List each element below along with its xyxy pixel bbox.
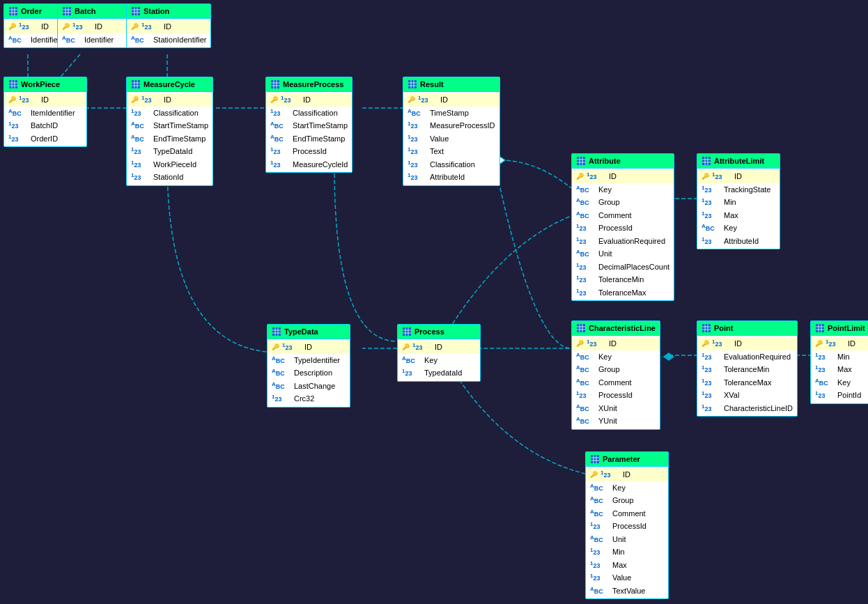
field-type-order-id: 123 (19, 21, 38, 33)
table-icon-point (702, 323, 711, 333)
field-name-measureprocess-id: ID (303, 94, 311, 106)
table-attribute[interactable]: Attribute🔑123IDABCKeyABCGroupABCComment1… (571, 153, 674, 301)
table-attributelimit[interactable]: AttributeLimit🔑123ID123TrackingState123M… (697, 153, 780, 249)
field-row-point-evaluationrequired: 123EvaluationRequired (697, 350, 797, 364)
field-name-measurecycle-endtimestamp: EndTimeStamp (153, 133, 206, 145)
svg-rect-74 (702, 324, 711, 332)
field-name-typedata-id: ID (304, 341, 312, 353)
table-header-pointlimit: PointLimit (811, 321, 868, 336)
table-station[interactable]: Station🔑123IDABCStationIdentifier (126, 3, 211, 48)
table-icon-measurecycle (131, 79, 141, 89)
table-icon-measureprocess (270, 79, 280, 89)
field-row-measureprocess-id: 🔑123ID (266, 93, 352, 107)
field-type-parameter-comment: ABC (590, 508, 610, 520)
field-type-order-identifier: ABC (8, 34, 28, 46)
field-name-workpiece-batchid: BatchID (31, 120, 58, 132)
table-point[interactable]: Point🔑123ID123EvaluationRequired123Toler… (697, 320, 798, 417)
table-label-measureprocess: MeasureProcess (283, 80, 343, 88)
field-row-parameter-value: 123Value (586, 571, 668, 584)
field-name-result-text: Text (430, 146, 444, 157)
table-process[interactable]: Process🔑123IDABCKey123TypedataId (397, 324, 481, 382)
field-name-attribute-tolerancemin: ToleranceMin (598, 274, 644, 286)
table-typedata[interactable]: TypeData🔑123IDABCTypeIdentifierABCDescri… (267, 324, 350, 408)
field-row-typedata-description: ABCDescription (268, 366, 350, 380)
field-name-measurecycle-id: ID (164, 94, 171, 106)
table-label-station: Station (144, 7, 169, 15)
field-name-attributelimit-trackingstate: TrackingState (724, 184, 770, 196)
field-type-characteristicline-yunit: ABC (576, 415, 596, 427)
table-header-attributelimit: AttributeLimit (697, 154, 780, 169)
field-row-attribute-key: ABCKey (572, 183, 674, 196)
field-row-characteristicline-processid: 123ProcessId (572, 389, 660, 402)
field-type-attributelimit-attributeid: 123 (702, 235, 721, 247)
field-name-pointlimit-max: Max (837, 364, 852, 375)
field-type-workpiece-itemidentifier: ABC (8, 107, 28, 119)
table-result[interactable]: Result🔑123IDABCTimeStamp123MeasureProces… (403, 77, 500, 186)
field-type-measureprocess-starttimestamp: ABC (270, 120, 290, 132)
table-icon-workpiece (8, 79, 18, 89)
table-measureprocess[interactable]: MeasureProcess🔑123ID123ClassificationABC… (265, 77, 352, 173)
field-type-parameter-id: 123 (600, 469, 620, 481)
table-parameter[interactable]: Parameter🔑123IDABCKeyABCGroupABCComment1… (585, 451, 669, 599)
table-pointlimit[interactable]: PointLimit🔑123ID123Min123MaxABCKey123Poi… (810, 320, 868, 404)
field-row-attribute-evaluationrequired: 123EvaluationRequired (572, 235, 674, 248)
svg-rect-14 (9, 7, 17, 15)
svg-rect-29 (9, 80, 17, 88)
pk-icon: 🔑 (815, 339, 823, 349)
field-row-parameter-comment: ABCComment (586, 507, 668, 520)
svg-rect-19 (63, 7, 71, 15)
field-type-point-evaluationrequired: 123 (702, 351, 721, 363)
field-row-attributelimit-max: 123Max (697, 209, 780, 222)
field-row-characteristicline-key: ABCKey (572, 350, 660, 364)
pk-icon: 🔑 (131, 22, 139, 32)
field-name-result-id: ID (440, 94, 448, 106)
field-name-attribute-tolerancemax: ToleranceMax (598, 287, 646, 299)
field-name-attributelimit-id: ID (734, 171, 742, 183)
field-row-pointlimit-max: 123Max (811, 363, 868, 376)
field-row-attributelimit-key: ABCKey (697, 222, 780, 235)
field-type-workpiece-batchid: 123 (8, 120, 28, 132)
table-workpiece[interactable]: WorkPiece🔑123IDABCItemIdentifier123Batch… (3, 77, 87, 147)
field-row-attribute-decimalplacescount: 123DecimalPlacesCount (572, 261, 674, 274)
field-type-characteristicline-xunit: ABC (576, 403, 596, 415)
field-type-measurecycle-classification: 123 (131, 107, 150, 119)
field-type-point-tolerancemin: 123 (702, 364, 721, 375)
field-name-characteristicline-xunit: XUnit (598, 403, 617, 415)
field-type-measureprocess-classification: 123 (270, 107, 290, 119)
field-name-characteristicline-id: ID (609, 338, 617, 350)
table-body-attributelimit: 🔑123ID123TrackingState123Min123MaxABCKey… (697, 169, 780, 249)
field-row-parameter-textvalue: ABCTextValue (586, 584, 668, 598)
field-row-measurecycle-classification: 123Classification (127, 107, 212, 120)
field-type-parameter-group: ABC (590, 495, 610, 506)
field-type-characteristicline-group: ABC (576, 364, 596, 375)
field-type-typedata-id: 123 (282, 341, 302, 353)
field-name-characteristicline-key: Key (598, 351, 612, 363)
field-name-station-id: ID (164, 21, 171, 33)
field-name-order-identifier: Identifier (31, 34, 60, 46)
field-type-workpiece-id: 123 (19, 94, 38, 106)
field-name-parameter-min: Min (612, 546, 625, 558)
field-row-measurecycle-id: 🔑123ID (127, 93, 212, 107)
field-name-attributelimit-max: Max (724, 210, 738, 222)
field-row-measureprocess-endtimestamp: ABCEndTimeStamp (266, 132, 352, 146)
field-name-measurecycle-typedataid: TypeDataId (153, 146, 192, 157)
table-icon-station (131, 6, 141, 16)
table-characteristicline[interactable]: CharacteristicLine🔑123IDABCKeyABCGroupAB… (571, 320, 660, 430)
field-row-result-timestamp: ABCTimeStamp (403, 107, 499, 120)
field-name-attribute-id: ID (609, 171, 617, 183)
field-name-parameter-processid: ProcessId (612, 520, 646, 532)
table-label-parameter: Parameter (603, 455, 640, 463)
field-row-result-classification: 123Classification (403, 158, 499, 171)
field-name-typedata-lastchange: LastChange (294, 380, 335, 392)
field-type-process-id: 123 (412, 341, 432, 353)
pk-icon: 🔑 (590, 470, 598, 480)
table-icon-attribute (576, 156, 586, 166)
field-type-pointlimit-id: 123 (826, 338, 845, 350)
field-name-parameter-group: Group (612, 495, 634, 506)
field-type-attributelimit-min: 123 (702, 196, 721, 208)
field-row-attributelimit-attributeid: 123AttributeId (697, 235, 780, 248)
field-type-result-value: 123 (408, 133, 427, 145)
field-row-characteristicline-group: ABCGroup (572, 363, 660, 376)
field-type-result-attributeid: 123 (408, 171, 427, 183)
table-measurecycle[interactable]: MeasureCycle🔑123ID123ClassificationABCSt… (126, 77, 213, 186)
